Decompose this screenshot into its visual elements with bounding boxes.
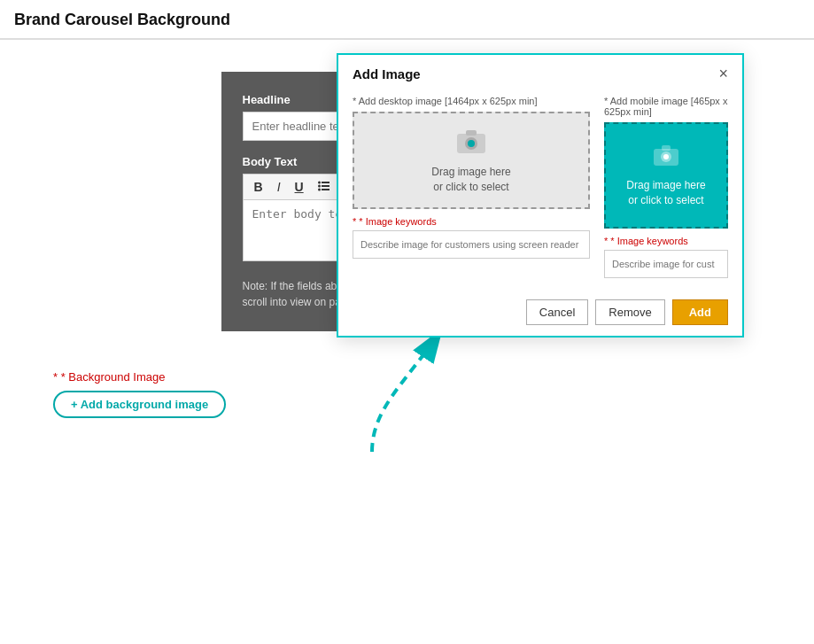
svg-point-14	[468, 140, 475, 147]
mobile-upload-text: Drag image here or click to select	[626, 178, 705, 208]
bold-button[interactable]: B	[251, 179, 267, 195]
desktop-upload-area[interactable]: Drag image here or click to select	[353, 112, 590, 209]
underline-button[interactable]: U	[291, 179, 307, 195]
desktop-keywords-label: * * Image keywords	[353, 216, 590, 227]
add-background-image-button[interactable]: + Add background image	[53, 391, 226, 418]
required-star: *	[53, 370, 61, 384]
desktop-upload-text: Drag image here or click to select	[431, 165, 510, 195]
mobile-keywords-input[interactable]	[604, 250, 728, 278]
svg-rect-2	[322, 189, 329, 190]
modal-footer: Cancel Remove Add	[338, 292, 742, 336]
italic-button[interactable]: I	[274, 179, 284, 195]
svg-point-4	[318, 185, 321, 188]
cancel-button[interactable]: Cancel	[526, 299, 588, 325]
remove-button[interactable]: Remove	[595, 299, 664, 325]
add-button[interactable]: Add	[672, 299, 728, 325]
mobile-keywords-label: * * Image keywords	[604, 236, 728, 246]
mobile-upload-label: * Add mobile image [465px x 625px min]	[604, 96, 728, 117]
svg-rect-0	[322, 182, 329, 183]
camera-icon-desktop	[455, 127, 487, 159]
desktop-upload-section: * Add desktop image [1464px x 625px min]…	[353, 96, 590, 278]
modal-title: Add Image	[353, 66, 421, 81]
background-image-label: * * Background Image	[53, 370, 761, 384]
desktop-upload-label: * Add desktop image [1464px x 625px min]	[353, 96, 590, 106]
page-title: Brand Carousel Background	[14, 11, 800, 29]
modal-header: Add Image ×	[338, 55, 742, 89]
background-image-section: * * Background Image + Add background im…	[0, 360, 814, 429]
modal-body: * Add desktop image [1464px x 625px min]…	[338, 89, 742, 292]
svg-point-5	[318, 189, 321, 191]
svg-rect-19	[662, 145, 671, 151]
desktop-keywords-input[interactable]	[353, 230, 590, 259]
unordered-list-button[interactable]	[314, 178, 334, 196]
mobile-upload-section: * Add mobile image [465px x 625px min] D…	[604, 96, 728, 278]
svg-rect-1	[322, 185, 329, 187]
mobile-upload-area[interactable]: Drag image here or click to select	[604, 122, 728, 229]
svg-point-18	[663, 154, 669, 159]
camera-icon-mobile	[653, 144, 679, 173]
svg-rect-15	[466, 130, 477, 136]
svg-point-3	[318, 182, 321, 184]
add-image-modal: Add Image × * Add desktop image [1464px …	[337, 53, 744, 338]
modal-close-button[interactable]: ×	[718, 66, 728, 81]
page-header: Brand Carousel Background	[0, 0, 814, 39]
